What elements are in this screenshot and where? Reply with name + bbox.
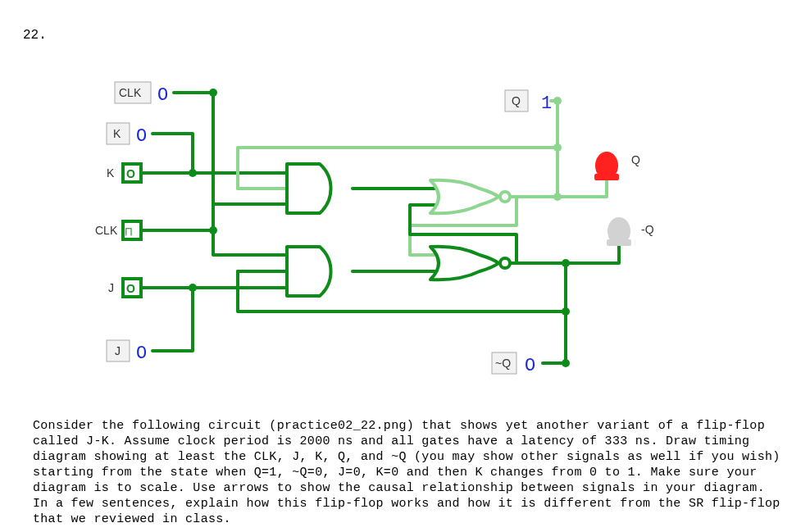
svg-point-27	[189, 284, 197, 292]
j-pin[interactable]: O J	[108, 279, 141, 297]
svg-point-26	[189, 169, 197, 177]
svg-rect-37	[594, 174, 619, 180]
k-display: K O	[107, 123, 147, 147]
k-pin[interactable]: O K	[107, 164, 141, 182]
svg-text:Q: Q	[631, 153, 640, 166]
svg-text:K: K	[107, 166, 115, 180]
svg-text:⨅: ⨅	[125, 225, 132, 238]
svg-point-34	[500, 192, 510, 202]
svg-text:O: O	[525, 356, 535, 376]
svg-text:1: 1	[541, 93, 552, 114]
notq-display: ~Q O	[492, 352, 535, 376]
q-led: Q	[594, 152, 640, 180]
nor-gate-top	[430, 180, 510, 214]
notq-led: -Q	[607, 217, 654, 246]
svg-text:O: O	[136, 343, 147, 364]
j-display: J O	[107, 340, 147, 364]
nor-gate-bottom	[430, 247, 510, 280]
question-text: Consider the following circuit (practice…	[33, 418, 787, 527]
question-number: 22.	[23, 28, 47, 43]
svg-rect-40	[607, 239, 631, 246]
svg-text:Q: Q	[512, 94, 521, 107]
svg-text:O: O	[126, 282, 135, 295]
svg-point-35	[500, 258, 510, 268]
svg-text:~Q: ~Q	[495, 357, 511, 370]
clk-display: CLK O	[115, 82, 168, 106]
clk-pin[interactable]: ⨅ CLK	[95, 221, 141, 239]
svg-text:O: O	[157, 85, 168, 106]
jk-flipflop-circuit: CLK O K O J O Q 1 ~Q O O K	[33, 66, 738, 402]
svg-text:O: O	[126, 167, 135, 180]
svg-point-25	[209, 89, 217, 97]
svg-text:CLK: CLK	[95, 224, 118, 237]
svg-text:K: K	[113, 127, 121, 140]
and-gate-bottom	[287, 247, 331, 296]
svg-text:O: O	[136, 126, 147, 147]
svg-text:J: J	[108, 281, 114, 294]
and-gate-top	[287, 164, 331, 213]
svg-text:CLK: CLK	[119, 86, 142, 99]
q-display: Q 1	[505, 90, 552, 114]
svg-point-24	[209, 226, 217, 234]
svg-text:J: J	[115, 344, 121, 357]
svg-text:-Q: -Q	[641, 223, 654, 236]
